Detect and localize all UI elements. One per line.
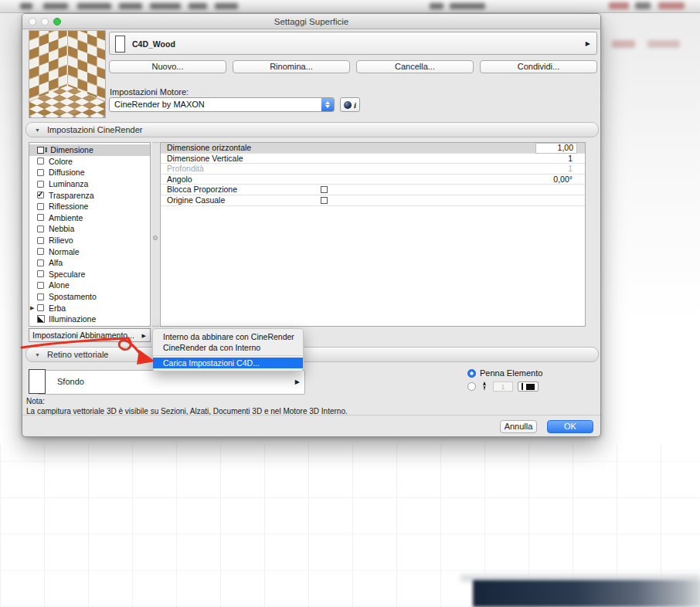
menubar-smudge (658, 2, 685, 9)
param-row-blocca-proporzione[interactable]: Blocca Proporzione (161, 185, 585, 195)
param-row-profondit[interactable]: Profondità1 (161, 164, 585, 175)
background-fill-swatch (29, 369, 46, 394)
param-row-dimensione-verticale[interactable]: Dimensione Verticale1 (161, 154, 585, 164)
dropdown-stepper-icon[interactable] (321, 98, 334, 111)
channel-label: Dimensione (50, 145, 93, 154)
param-row-origine-casuale[interactable]: Origine Casuale (161, 195, 585, 206)
channel-label: Spostamento (49, 292, 97, 301)
expander-icon[interactable]: ▶ (30, 305, 34, 311)
chevron-right-icon[interactable]: ▶ (295, 378, 300, 385)
note-title: Nota: (26, 397, 348, 407)
channel-checkbox[interactable] (37, 214, 44, 221)
pen-number-field[interactable]: 1 (493, 381, 513, 392)
channel-checkbox[interactable] (37, 270, 44, 277)
param-checkbox[interactable] (321, 197, 328, 204)
param-row-dimensione-orizzontale[interactable]: Dimensione orizzontale1,00 (161, 143, 585, 154)
parameter-panel: Dimensione orizzontale1,00Dimensione Ver… (160, 142, 586, 327)
pen-custom-radio[interactable] (467, 382, 476, 391)
panel-splitter[interactable] (152, 142, 159, 327)
close-window-button[interactable] (29, 18, 36, 25)
channel-row-dimensione[interactable]: IDimensione (29, 144, 150, 156)
engine-selected-value: CineRender by MAXON (114, 98, 205, 111)
surface-settings-dialog: Settaggi Superficie (22, 13, 601, 437)
param-value[interactable]: 1 (568, 154, 573, 164)
channel-row-ambiente[interactable]: Ambiente (29, 212, 150, 224)
material-name-field[interactable]: C4D_Wood ▶ (109, 32, 597, 55)
param-label: Blocca Proporzione (167, 185, 237, 195)
channel-checkbox[interactable] (37, 248, 44, 255)
engine-settings-label: Impostazioni Motore: (110, 87, 189, 97)
section-header-vector-hatch[interactable]: ▼ Retino vettoriale (25, 347, 599, 362)
channel-row-diffusione[interactable]: Diffusione (29, 167, 150, 178)
channel-checkbox[interactable] (37, 282, 44, 289)
channel-row-luminanza[interactable]: Luminanza (29, 178, 150, 190)
param-value[interactable]: 0,00° (553, 175, 573, 185)
channel-row-normale[interactable]: Normale (29, 246, 150, 257)
channel-row-trasparenza[interactable]: Trasparenza (29, 189, 150, 201)
channel-label: Riflessione (49, 202, 88, 211)
zoom-window-button[interactable] (53, 18, 61, 25)
menu-separator (153, 355, 303, 356)
menubar-smudge (450, 3, 485, 9)
channel-checkbox[interactable] (37, 226, 44, 232)
param-value[interactable]: 1 (568, 164, 573, 175)
channel-row-rilievo[interactable]: Rilievo (29, 235, 150, 246)
menu-item-interno-da-abbinare-con-cinerender[interactable]: Interno da abbinare con CineRender (153, 331, 303, 342)
channel-label: Ambiente (49, 213, 83, 222)
channel-list: IDimensioneColoreDiffusioneLuminanzaTras… (29, 142, 151, 327)
channel-checkbox[interactable] (37, 237, 44, 244)
channel-checkbox[interactable] (37, 293, 44, 300)
matching-settings-button[interactable]: Impostazioni Abbinamento... ▶ (29, 328, 151, 342)
engine-info-button[interactable]: i (340, 97, 360, 112)
channel-label: Speculare (49, 270, 85, 279)
cancel-button[interactable]: Annulla (500, 420, 537, 433)
titlebar[interactable]: Settaggi Superficie (22, 14, 600, 29)
channel-label: Nebbia (49, 224, 74, 233)
channel-row-nebbia[interactable]: Nebbia (29, 223, 150, 235)
channel-row-alone[interactable]: Alone (29, 280, 150, 291)
channel-label: Luminanza (49, 179, 88, 188)
channel-row-spostamento[interactable]: Spostamento (29, 291, 150, 303)
channel-row-speculare[interactable]: Speculare (29, 269, 150, 280)
pen-element-radio[interactable] (467, 369, 476, 378)
channel-checkbox[interactable] (37, 181, 44, 188)
splitter-grip-icon[interactable] (153, 236, 158, 240)
channel-checkbox[interactable] (37, 259, 44, 266)
channel-row-colore[interactable]: Colore (29, 156, 150, 168)
param-row-angolo[interactable]: Angolo0,00° (161, 175, 585, 185)
chevron-right-icon[interactable]: ▶ (586, 40, 590, 47)
menu-item-carica-impostazioni-c4d[interactable]: Carica Impostazioni C4D... (153, 358, 303, 368)
menubar-smudge (189, 3, 207, 9)
section-title: Retino vettoriale (47, 348, 109, 361)
cancella-button[interactable]: Cancella... (356, 60, 474, 73)
channel-checkbox[interactable] (37, 169, 44, 176)
channel-checkbox[interactable] (37, 192, 44, 198)
menubar-smudge (43, 3, 68, 9)
ok-button[interactable]: OK (547, 420, 593, 433)
channel-checkbox[interactable] (37, 158, 44, 164)
pen-color-button[interactable] (518, 381, 539, 392)
channel-row-erba[interactable]: ▶Erba (29, 302, 150, 314)
param-value-field[interactable]: 1,00 (535, 143, 577, 154)
param-checkbox[interactable] (321, 186, 328, 193)
channel-row-riflessione[interactable]: Riflessione (29, 201, 150, 212)
channel-row-illuminazione[interactable]: Illuminazione (29, 314, 150, 325)
channel-checkbox[interactable] (37, 203, 44, 210)
footer-divider (22, 415, 600, 415)
nuovo-button[interactable]: Nuovo... (109, 60, 226, 73)
section-header-cinerender[interactable]: ▼ Impostazioni CineRender (25, 122, 599, 137)
engine-select[interactable]: CineRender by MAXON (109, 97, 335, 112)
note-text: Nota: La campitura vettoriale 3D è visib… (26, 397, 348, 416)
channel-checkbox[interactable] (37, 304, 44, 311)
condividi-button[interactable]: Condividi... (480, 60, 597, 73)
disclosure-triangle-icon[interactable]: ▼ (35, 127, 40, 133)
rinomina-button[interactable]: Rinomina... (233, 60, 350, 73)
minimize-window-button[interactable] (41, 18, 49, 25)
pen-element-row: Penna Elemento (467, 368, 542, 378)
background-fill-row[interactable]: Sfondo ▶ (29, 369, 305, 395)
channel-row-alfa[interactable]: Alfa (29, 257, 150, 269)
pen-element-label: Penna Elemento (480, 368, 542, 378)
pen-color-preview (526, 384, 535, 390)
menu-item-cinerender-da-con-interno[interactable]: CineRender da con Interno (153, 342, 303, 353)
disclosure-triangle-icon[interactable]: ▼ (35, 352, 40, 358)
